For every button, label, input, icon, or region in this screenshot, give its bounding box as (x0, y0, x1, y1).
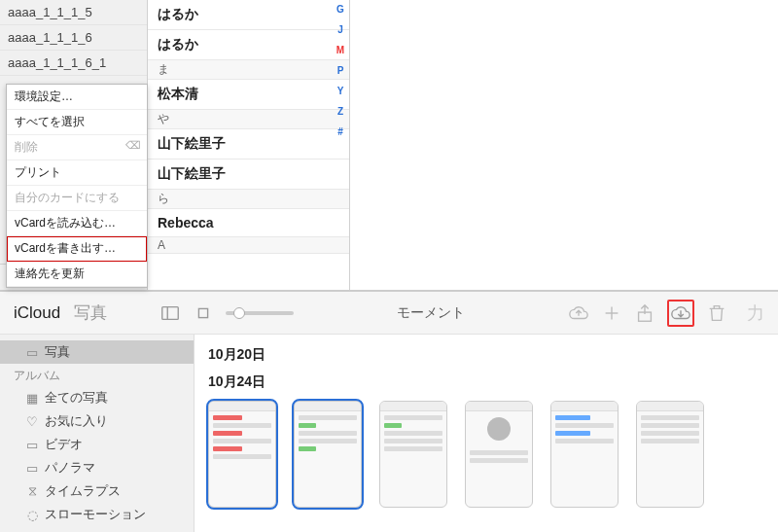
index-letter[interactable]: P (334, 65, 347, 76)
contacts-list-column: はるか はるか ま 松本清 や 山下絵里子 山下絵里子 ら Rebecca A … (148, 0, 350, 290)
sidebar-label: パノラマ (45, 459, 95, 477)
sidebar-label: 全ての写真 (45, 389, 108, 407)
grid-icon: ▦ (25, 391, 39, 406)
slider-knob[interactable] (233, 307, 245, 319)
photos-sidebar: ▭ 写真 アルバム ▦全ての写真 ♡お気に入り ▭ビデオ ▭パノラマ ⧖タイムラ… (0, 335, 194, 532)
sidebar-item-videos[interactable]: ▭ビデオ (0, 433, 194, 456)
date-header: 10月24日 (208, 373, 764, 391)
contact-row[interactable]: はるか (148, 30, 349, 60)
date-header: 10月20日 (208, 346, 764, 364)
sidebar-item-timelapse[interactable]: ⧖タイムラプス (0, 479, 194, 503)
sidebar-item-favorites[interactable]: ♡お気に入り (0, 409, 194, 433)
photos-app: iCloud 写真 モーメント (0, 292, 778, 532)
app-subtitle: 写真 (74, 301, 107, 324)
video-icon: ▭ (25, 438, 39, 452)
menu-delete: 削除 ⌫ (7, 135, 147, 160)
contact-row[interactable]: 山下絵里子 (148, 160, 349, 190)
contact-row[interactable]: 松本清 (148, 80, 349, 110)
sidebar-item-burst[interactable]: ▭バースト (0, 526, 194, 532)
groups-column: aaaa_1_1_1_5 aaaa_1_1_1_6 aaaa_1_1_1_6_1… (0, 0, 148, 290)
contact-row[interactable]: はるか (148, 0, 349, 30)
photo-thumbnail[interactable] (294, 401, 362, 508)
delete-shortcut: ⌫ (125, 139, 141, 152)
menu-delete-label: 削除 (15, 140, 38, 154)
photos-tab-icon: ▭ (25, 345, 39, 360)
sidebar-item-all-photos[interactable]: ▦全ての写真 (0, 386, 194, 409)
index-letter[interactable]: Y (334, 86, 347, 96)
sidebar-item-panorama[interactable]: ▭パノラマ (0, 456, 194, 479)
trail-text: 力 (747, 301, 764, 325)
group-item[interactable]: aaaa_1_1_1_5 (0, 0, 147, 25)
menu-export-vcard[interactable]: vCardを書き出す… (7, 236, 147, 262)
toolbar-right: 力 (568, 300, 764, 327)
index-letter[interactable]: Z (334, 106, 347, 117)
zoom-slider[interactable] (226, 311, 294, 315)
sidebar-item-slowmo[interactable]: ◌スローモーション (0, 503, 194, 526)
share-icon[interactable] (634, 302, 655, 324)
contact-row[interactable]: 山下絵里子 (148, 129, 349, 160)
contact-row[interactable]: Rebecca (148, 209, 349, 237)
menu-refresh-contacts[interactable]: 連絡先を更新 (7, 262, 147, 287)
photo-thumbnail[interactable] (379, 401, 447, 508)
section-header: や (148, 110, 349, 129)
sidebar-label: 写真 (45, 343, 70, 361)
settings-context-menu: 環境設定… すべてを選択 削除 ⌫ プリント 自分のカードにする vCardを読… (6, 84, 148, 288)
app-title: iCloud (14, 303, 60, 323)
menu-make-my-card: 自分のカードにする (7, 186, 147, 211)
menu-import-vcard[interactable]: vCardを読み込む… (7, 211, 147, 236)
section-header: A (148, 237, 349, 254)
group-item[interactable]: aaaa_1_1_1_6 (0, 25, 147, 51)
photo-thumbnail[interactable] (465, 401, 533, 508)
download-cloud-icon[interactable] (670, 302, 691, 324)
index-letter[interactable]: J (334, 24, 347, 35)
zoom-out-icon[interactable] (193, 302, 214, 324)
download-highlight-box (667, 300, 694, 327)
slowmo-icon: ◌ (25, 508, 39, 522)
menu-select-all[interactable]: すべてを選択 (7, 110, 147, 135)
svg-rect-3 (199, 308, 208, 317)
add-icon[interactable] (601, 302, 622, 324)
index-letter[interactable]: G (334, 4, 347, 15)
index-letter[interactable]: M (334, 45, 347, 55)
photo-thumbnail[interactable] (636, 401, 704, 508)
sidebar-label: スローモーション (45, 506, 146, 523)
group-item[interactable]: aaaa_1_1_1_6_1 (0, 51, 147, 76)
upload-cloud-icon[interactable] (568, 302, 589, 324)
panorama-icon: ▭ (25, 461, 39, 476)
alphabet-index[interactable]: G J M P Y Z # (334, 0, 347, 290)
sidebar-label: お気に入り (45, 412, 108, 430)
svg-rect-1 (162, 306, 179, 319)
index-letter[interactable]: # (334, 126, 347, 137)
section-header: ら (148, 190, 349, 209)
sidebar-toggle-icon[interactable] (159, 302, 181, 324)
trash-icon[interactable] (706, 302, 727, 324)
heart-icon: ♡ (25, 414, 39, 429)
sidebar-albums-header: アルバム (0, 364, 194, 386)
timelapse-icon: ⧖ (25, 483, 39, 499)
thumbnail-row (208, 401, 764, 508)
sidebar-item-photos[interactable]: ▭ 写真 (0, 340, 194, 364)
photos-body: ▭ 写真 アルバム ▦全ての写真 ♡お気に入り ▭ビデオ ▭パノラマ ⧖タイムラ… (0, 335, 778, 532)
photo-grid: 10月20日 10月24日 (194, 335, 778, 532)
menu-preferences[interactable]: 環境設定… (7, 85, 147, 110)
sidebar-label: ビデオ (45, 436, 83, 453)
view-mode-label[interactable]: モーメント (305, 304, 556, 322)
contacts-app: aaaa_1_1_1_5 aaaa_1_1_1_6 aaaa_1_1_1_6_1… (0, 0, 778, 292)
photo-thumbnail[interactable] (550, 401, 619, 508)
section-header: ま (148, 60, 349, 80)
photo-thumbnail[interactable] (208, 401, 276, 508)
sidebar-label: タイムラプス (45, 482, 121, 500)
menu-print[interactable]: プリント (7, 160, 147, 186)
photos-toolbar: iCloud 写真 モーメント (0, 292, 778, 335)
